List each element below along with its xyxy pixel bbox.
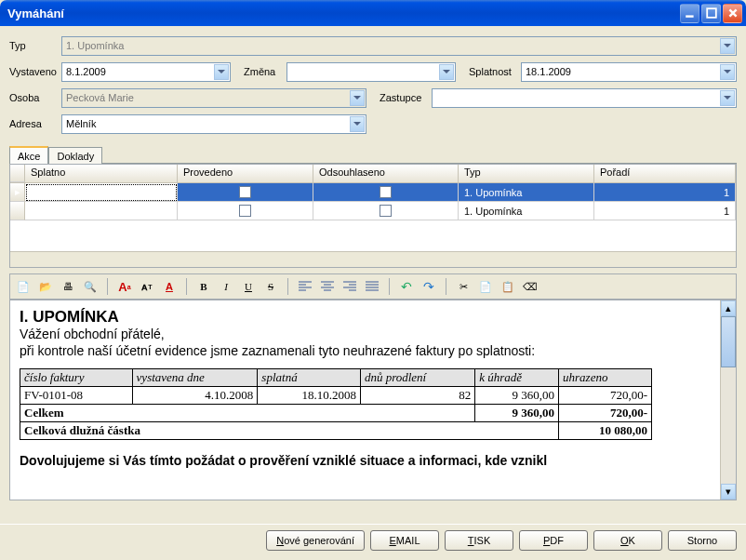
cell-odsouhlaseno[interactable] — [313, 183, 459, 202]
cell-provedeno[interactable] — [178, 202, 313, 220]
vystaveno-value: 8.1.2009 — [66, 66, 106, 77]
close-button[interactable] — [723, 4, 742, 23]
chevron-down-icon — [720, 90, 735, 106]
splatnost-value: 18.1.2009 — [526, 66, 571, 77]
pdf-button[interactable]: PDF — [519, 530, 588, 551]
invoice-table: číslo faktury vystavena dne splatná dnů … — [20, 368, 652, 440]
osoba-combo[interactable]: Pecková Marie — [61, 88, 366, 108]
scroll-thumb[interactable] — [721, 316, 736, 367]
osoba-value: Pecková Marie — [66, 92, 134, 103]
ok-button[interactable]: OK — [593, 530, 662, 551]
align-justify-icon[interactable] — [363, 277, 381, 296]
cell-typ: 1. Upomínka — [459, 202, 594, 220]
open-icon[interactable]: 📂 — [36, 277, 55, 296]
col-provedeno[interactable]: Provedeno — [178, 165, 313, 182]
underline-icon[interactable]: U — [239, 277, 258, 296]
chevron-down-icon — [720, 64, 735, 80]
cell-provedeno[interactable] — [178, 183, 313, 202]
align-left-icon[interactable] — [296, 277, 314, 296]
redo-icon[interactable]: ↷ — [420, 277, 438, 296]
grid-corner — [10, 165, 25, 182]
editor-toolbar: 📄 📂 🖶 🔍 Aa ᴀT A B I U S ↶ ↷ ✂ 📄 📋 ⌫ — [9, 273, 737, 300]
col-splatno[interactable]: Splatno — [25, 165, 178, 182]
col-typ[interactable]: Typ — [459, 165, 594, 182]
doc-footer-text: Dovolujujeme si Vás tímto požádat o prov… — [20, 453, 711, 470]
checkbox-icon[interactable] — [239, 186, 251, 198]
tabs: Akce Doklady — [9, 145, 737, 164]
adresa-label: Adresa — [9, 118, 61, 129]
erase-icon[interactable]: ⌫ — [521, 277, 540, 296]
cell-poradi: 1 — [594, 202, 736, 220]
cell-splatno[interactable] — [25, 202, 178, 220]
minimize-button[interactable] — [680, 4, 699, 23]
editor-wrap: I. UPOMÍNKA Vážení obchodní přátelé, při… — [9, 300, 737, 500]
typ-label: Typ — [9, 40, 61, 51]
vystaveno-combo[interactable]: 8.1.2009 — [61, 62, 231, 82]
preview-icon[interactable]: 🔍 — [81, 277, 100, 296]
td: 720,00- — [559, 387, 652, 405]
window-title: Vymáhání — [7, 7, 680, 20]
checkbox-icon[interactable] — [239, 205, 251, 217]
form-area: Typ 1. Upomínka Vystaveno 8.1.2009 Změna… — [0, 26, 746, 141]
th: splatná — [258, 369, 361, 387]
cut-icon[interactable]: ✂ — [454, 277, 473, 296]
fontsize-down-icon[interactable]: ᴀT — [138, 277, 156, 296]
new-icon[interactable]: 📄 — [14, 277, 33, 296]
adresa-combo[interactable]: Mělník — [61, 114, 366, 134]
tab-doklady[interactable]: Doklady — [48, 147, 102, 164]
zmena-combo[interactable] — [286, 62, 456, 82]
td: FV-0101-08 — [20, 387, 133, 405]
td-celkem-label: Celkem — [20, 405, 475, 422]
zastupce-label: Zastupce — [380, 92, 432, 103]
col-odsouhlaseno[interactable]: Odsouhlaseno — [313, 165, 459, 182]
cell-poradi: 1 — [594, 183, 736, 202]
fontsize-up-icon[interactable]: Aa — [115, 277, 134, 296]
nove-generovani-button[interactable]: Nové generování — [266, 530, 365, 551]
td-celkem-uhrazeno: 720,00- — [559, 405, 652, 422]
paste-icon[interactable]: 📋 — [499, 277, 517, 296]
table-row[interactable]: 1. Upomínka 1 — [10, 202, 736, 220]
strike-icon[interactable]: S — [261, 277, 280, 296]
checkbox-icon[interactable] — [380, 186, 392, 198]
copy-icon[interactable]: 📄 — [476, 277, 495, 296]
typ-combo[interactable]: 1. Upomínka — [61, 36, 737, 56]
grid-nav[interactable] — [10, 251, 736, 267]
splatnost-combo[interactable]: 18.1.2009 — [521, 62, 737, 82]
zastupce-combo[interactable] — [432, 88, 737, 108]
undo-icon[interactable]: ↶ — [397, 277, 416, 296]
fontcolor-icon[interactable]: A — [160, 277, 179, 296]
td: 18.10.2008 — [258, 387, 361, 405]
th: dnů prodlení — [360, 369, 474, 387]
align-center-icon[interactable] — [318, 277, 337, 296]
zmena-label: Změna — [244, 66, 286, 77]
italic-icon[interactable]: I — [217, 277, 235, 296]
editor[interactable]: I. UPOMÍNKA Vážení obchodní přátelé, při… — [10, 300, 720, 500]
grid-header: Splatno Provedeno Odsouhlaseno Typ Pořad… — [10, 165, 736, 183]
tab-akce[interactable]: Akce — [9, 146, 48, 164]
typ-value: 1. Upomínka — [66, 40, 124, 51]
chevron-down-icon — [214, 64, 229, 80]
adresa-value: Mělník — [66, 118, 96, 129]
th: číslo faktury — [20, 369, 133, 387]
doc-line2: při kontrole naší účetní evidence jsme z… — [20, 343, 711, 360]
checkbox-icon[interactable] — [380, 205, 392, 217]
maximize-button[interactable] — [701, 4, 721, 23]
storno-button[interactable]: Storno — [668, 530, 737, 551]
splatnost-label: Splatnost — [469, 66, 521, 77]
cell-odsouhlaseno[interactable] — [313, 202, 459, 220]
cell-splatno[interactable] — [25, 183, 178, 202]
email-button[interactable]: EMAIL — [370, 530, 439, 551]
scrollbar[interactable]: ▴ ▾ — [720, 300, 736, 500]
td-dluzna-label: Celková dlužná částka — [20, 422, 559, 440]
bold-icon[interactable]: B — [194, 277, 213, 296]
align-right-icon[interactable] — [340, 277, 359, 296]
scroll-up-icon[interactable]: ▴ — [721, 300, 736, 316]
th: uhrazeno — [559, 369, 652, 387]
titlebar[interactable]: Vymáhání — [0, 0, 746, 26]
col-poradi[interactable]: Pořadí — [594, 165, 736, 182]
print-icon[interactable]: 🖶 — [59, 277, 77, 296]
scroll-down-icon[interactable]: ▾ — [721, 484, 736, 500]
tisk-button[interactable]: TISK — [445, 530, 513, 551]
chevron-down-icon — [350, 116, 365, 132]
table-row[interactable]: ▸ 1. Upomínka 1 — [10, 183, 736, 202]
